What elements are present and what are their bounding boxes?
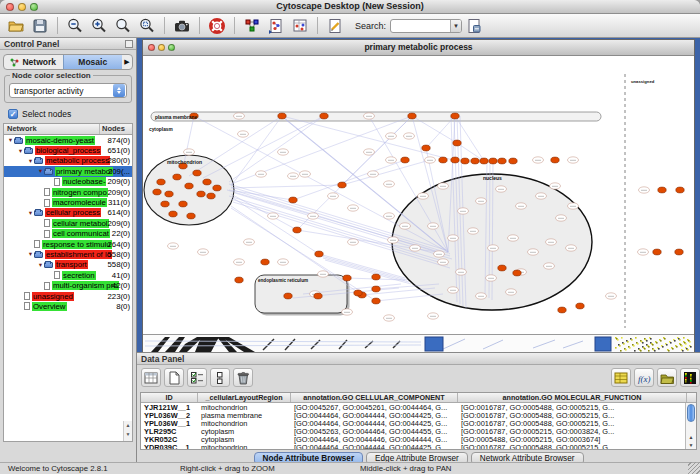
network-node-selected[interactable] bbox=[480, 158, 488, 164]
network-node-selected[interactable] bbox=[422, 145, 430, 151]
search-combobox[interactable]: ▼ bbox=[390, 19, 462, 33]
network-node-selected[interactable] bbox=[289, 197, 297, 203]
open-attr-folder-icon[interactable] bbox=[657, 368, 677, 387]
network-node-selected[interactable] bbox=[315, 251, 323, 257]
zoom-selected-icon[interactable] bbox=[135, 15, 159, 36]
table-row[interactable]: YDR039C__1mitochondrion[GO:0044464, GO:0… bbox=[141, 443, 696, 450]
network-node-selected[interactable] bbox=[658, 187, 666, 193]
network-node-selected[interactable] bbox=[509, 158, 517, 164]
disclosure-triangle-icon[interactable]: ▼ bbox=[17, 148, 24, 154]
delete-attribute-icon[interactable] bbox=[233, 368, 253, 387]
search-settings-icon[interactable] bbox=[462, 15, 486, 36]
tree-row[interactable]: ▼biological_process651(0) bbox=[4, 145, 132, 155]
disclosure-triangle-icon[interactable]: ▼ bbox=[37, 262, 44, 268]
network-node-selected[interactable] bbox=[653, 249, 661, 255]
disclosure-triangle-icon[interactable]: ▼ bbox=[27, 210, 34, 216]
network-overview-strip[interactable] bbox=[143, 334, 694, 352]
function-builder-icon[interactable]: f(x) bbox=[634, 368, 654, 387]
network-node-selected[interactable] bbox=[498, 158, 506, 164]
network-node-selected[interactable] bbox=[451, 157, 459, 163]
network-node-selected[interactable] bbox=[157, 179, 165, 185]
heatmap-icon[interactable] bbox=[680, 368, 700, 387]
network-node-selected[interactable] bbox=[278, 113, 286, 119]
zoom-out-icon[interactable] bbox=[63, 15, 87, 36]
network-node-selected[interactable] bbox=[451, 113, 459, 119]
network-node-selected[interactable] bbox=[471, 158, 479, 164]
network-node-selected[interactable] bbox=[513, 270, 521, 276]
network-node-selected[interactable] bbox=[197, 191, 205, 197]
network-node-selected[interactable] bbox=[408, 113, 416, 119]
import-network-file-icon[interactable] bbox=[264, 15, 288, 36]
network-node-selected[interactable] bbox=[372, 274, 380, 280]
annotations-icon[interactable] bbox=[323, 15, 347, 36]
open-icon[interactable] bbox=[4, 15, 28, 36]
network-node-selected[interactable] bbox=[261, 259, 269, 265]
tree-row[interactable]: ▼cell communicat22(0) bbox=[4, 229, 132, 239]
tree-row[interactable]: ▼unassigned223(0) bbox=[4, 291, 132, 301]
search-input[interactable] bbox=[391, 21, 450, 30]
network-node-selected[interactable] bbox=[179, 201, 187, 207]
tree-row[interactable]: ▼macromolecule311(0) bbox=[4, 197, 132, 207]
save-icon[interactable] bbox=[28, 15, 52, 36]
scrollbar-arrows-icon[interactable]: ▲▼ bbox=[686, 433, 696, 449]
tab-mosaic[interactable]: Mosaic bbox=[63, 55, 123, 69]
disclosure-triangle-icon[interactable]: ▼ bbox=[27, 251, 34, 257]
network-node-selected[interactable] bbox=[187, 213, 195, 219]
network-node-selected[interactable] bbox=[213, 185, 221, 191]
help-icon[interactable] bbox=[205, 15, 229, 36]
select-attributes-icon[interactable] bbox=[187, 368, 207, 387]
network-node-selected[interactable] bbox=[173, 174, 181, 180]
network-node-selected[interactable] bbox=[401, 157, 409, 163]
import-network-table-icon[interactable] bbox=[288, 15, 312, 36]
network-node-selected[interactable] bbox=[293, 227, 301, 233]
network-node-selected[interactable] bbox=[372, 286, 380, 292]
tree-row[interactable]: ▼cellular process614(0) bbox=[4, 208, 132, 218]
new-attribute-icon[interactable] bbox=[164, 368, 184, 387]
tab-network[interactable]: Network bbox=[4, 55, 63, 69]
network-node-selected[interactable] bbox=[185, 183, 193, 189]
column-header[interactable]: ID bbox=[141, 393, 198, 402]
network-node-selected[interactable] bbox=[461, 158, 469, 164]
vizmapper-icon[interactable] bbox=[240, 15, 264, 36]
network-node-selected[interactable] bbox=[354, 290, 362, 296]
network-node-selected[interactable] bbox=[284, 293, 292, 299]
table-scrollbar-thumb[interactable] bbox=[687, 404, 695, 422]
search-dropdown-arrow-icon[interactable]: ▼ bbox=[450, 20, 461, 32]
network-node-selected[interactable] bbox=[165, 191, 173, 197]
snapshot-icon[interactable] bbox=[170, 15, 194, 36]
network-node-selected[interactable] bbox=[675, 249, 683, 255]
tree-row[interactable]: ▼response to stimulu264(0) bbox=[4, 239, 132, 249]
network-node-selected[interactable] bbox=[235, 277, 243, 283]
column-header[interactable]: _cellularLayoutRegion bbox=[198, 393, 291, 402]
network-node-selected[interactable] bbox=[207, 193, 215, 199]
tree-row[interactable]: ▼multi-organism pro42(0) bbox=[4, 280, 132, 290]
network-window-titlebar[interactable]: primary metabolic process bbox=[143, 40, 694, 56]
zoom-fit-icon[interactable] bbox=[111, 15, 135, 36]
tree-row[interactable]: ▼Overview8(0) bbox=[4, 301, 132, 311]
network-node-selected[interactable] bbox=[161, 201, 169, 207]
network-node-selected[interactable] bbox=[498, 265, 506, 271]
select-nodes-checkbox[interactable]: ✓ bbox=[8, 109, 18, 119]
tree-row[interactable]: ▼primary metabol209(... bbox=[4, 166, 132, 176]
network-node-selected[interactable] bbox=[203, 179, 211, 185]
import-table-icon[interactable] bbox=[611, 368, 631, 387]
tree-row[interactable]: ▼nucleobase-209(0) bbox=[4, 177, 132, 187]
network-node-selected[interactable] bbox=[153, 189, 161, 195]
zoom-in-icon[interactable] bbox=[87, 15, 111, 36]
tree-row[interactable]: ▼transport558(0) bbox=[4, 260, 132, 270]
network-node-selected[interactable] bbox=[193, 170, 201, 176]
attribute-batch-icon[interactable] bbox=[210, 368, 230, 387]
disclosure-triangle-icon[interactable]: ▼ bbox=[37, 168, 44, 174]
node-color-dropdown[interactable]: transporter activity bbox=[9, 83, 127, 98]
network-node-selected[interactable] bbox=[453, 140, 461, 146]
tree-scrollbar[interactable]: ▲▼ bbox=[123, 421, 132, 441]
column-header[interactable]: annotation.GO CELLULAR_COMPONENT bbox=[291, 393, 458, 402]
tree-row[interactable]: ▼mosaic-demo-yeast874(0) bbox=[4, 135, 132, 145]
table-scrollbar[interactable]: ▲▼ bbox=[685, 403, 696, 449]
float-panel-icon[interactable] bbox=[125, 40, 133, 48]
network-node-selected[interactable] bbox=[314, 293, 322, 299]
network-node-selected[interactable] bbox=[551, 157, 559, 163]
network-node-selected[interactable] bbox=[169, 211, 177, 217]
disclosure-triangle-icon[interactable]: ▼ bbox=[7, 137, 14, 143]
network-node-selected[interactable] bbox=[439, 157, 447, 163]
